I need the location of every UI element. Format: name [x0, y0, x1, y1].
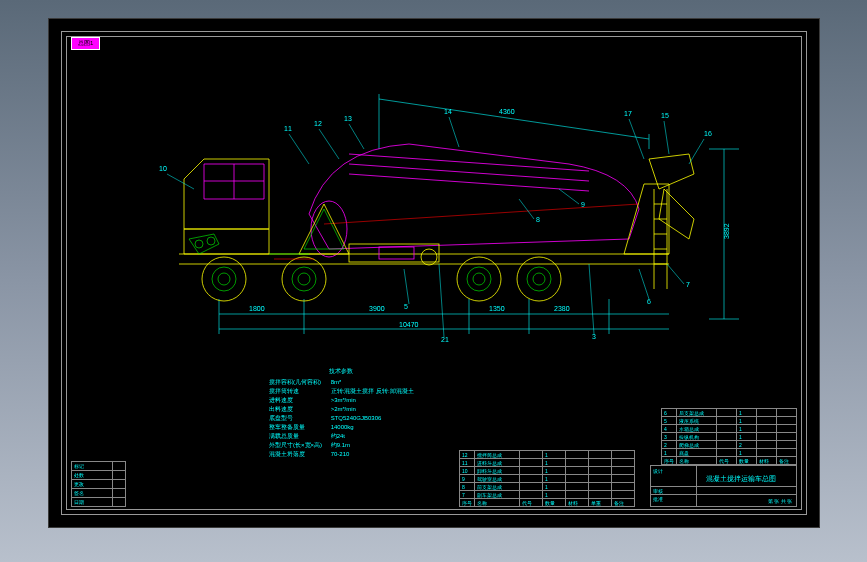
dim-rear-axle-1: 1350: [489, 305, 505, 312]
svg-point-27: [212, 267, 236, 291]
svg-text:21: 21: [441, 336, 449, 343]
bom-row: 序号名称代号数量材料单重备注: [460, 499, 635, 507]
svg-line-61: [559, 189, 579, 204]
svg-line-51: [349, 124, 364, 149]
svg-line-65: [667, 264, 684, 284]
svg-line-53: [449, 117, 459, 147]
spec-row: 进料速度 >3m³/min: [269, 396, 414, 405]
svg-text:15: 15: [661, 112, 669, 119]
svg-text:7: 7: [686, 281, 690, 288]
svg-text:8: 8: [536, 216, 540, 223]
bom-row: 6后支架总成1: [662, 409, 797, 417]
svg-line-18: [324, 204, 639, 224]
svg-text:9: 9: [581, 201, 585, 208]
bom-row: 12搅拌筒总成1: [460, 451, 635, 459]
bom-row: 9驾驶室总成1: [460, 475, 635, 483]
bom-row: 序号名称代号数量材料备注: [662, 457, 797, 465]
svg-text:17: 17: [624, 110, 632, 117]
bom-table-right: 6后支架总成15液压系统14水箱总成13操纵机构12爬梯总成21底盘1序号名称代…: [661, 408, 797, 465]
drawing-tag: 总图1: [71, 37, 100, 50]
svg-text:10: 10: [159, 165, 167, 172]
revision-row: 标记: [72, 462, 126, 471]
svg-line-73: [589, 264, 594, 334]
spec-row: 搅拌筒转速 正转:混凝土搅拌 反转:卸混凝土: [269, 387, 414, 396]
svg-point-31: [298, 273, 310, 285]
svg-text:6: 6: [647, 298, 651, 305]
bom-row: 4水箱总成1: [662, 425, 797, 433]
bom-row: 5液压系统1: [662, 417, 797, 425]
bom-row: 2爬梯总成2: [662, 441, 797, 449]
dim-overall-length: 10470: [399, 321, 419, 328]
revision-table: 标记处数更改签名日期: [71, 461, 126, 507]
bom-row: 7副车架总成1: [460, 491, 635, 499]
svg-point-38: [195, 240, 203, 248]
svg-point-36: [527, 267, 551, 291]
svg-line-63: [519, 199, 534, 219]
svg-point-30: [292, 267, 316, 291]
cad-viewport[interactable]: 总图1 4360 3892 1800 3900 1350 2380 10470: [48, 18, 820, 528]
svg-line-71: [439, 264, 444, 337]
svg-line-69: [404, 269, 409, 304]
svg-text:16: 16: [704, 130, 712, 137]
spec-row: 底盘型号 STQ5240GJB0306: [269, 414, 414, 423]
bom-row: 8前支架总成1: [460, 483, 635, 491]
spec-row: 出料速度 >2m³/min: [269, 405, 414, 414]
drawing-title: 混凝土搅拌运输车总图: [706, 474, 776, 484]
svg-rect-44: [379, 247, 414, 259]
dim-rear-axle-2: 2380: [554, 305, 570, 312]
dim-overall-height: 3892: [723, 223, 730, 239]
spec-title: 技术参数: [269, 367, 414, 376]
svg-point-39: [207, 237, 215, 245]
svg-text:13: 13: [344, 115, 352, 122]
revision-row: 更改: [72, 480, 126, 489]
spec-row: 混凝土坍落度 70-210: [269, 450, 414, 459]
svg-line-49: [319, 129, 339, 159]
svg-line-59: [689, 139, 704, 164]
svg-text:5: 5: [404, 303, 408, 310]
svg-line-47: [289, 134, 309, 164]
svg-line-57: [664, 121, 669, 154]
spec-row: 满载总质量 约24t: [269, 432, 414, 441]
svg-point-28: [218, 273, 230, 285]
svg-point-33: [467, 267, 491, 291]
svg-line-45: [167, 174, 194, 189]
svg-point-43: [421, 249, 437, 265]
svg-line-67: [639, 269, 649, 299]
revision-row: 处数: [72, 471, 126, 480]
spec-row: 整车整备质量 14000kg: [269, 423, 414, 432]
svg-line-0: [379, 99, 649, 139]
svg-text:3: 3: [592, 333, 596, 340]
revision-row: 日期: [72, 498, 126, 507]
svg-text:11: 11: [284, 125, 292, 132]
revision-row: 签名: [72, 489, 126, 498]
sheet-info: 第 张 共 张: [768, 498, 792, 504]
title-block: 混凝土搅拌运输车总图 第 张 共 张 设计 审核 批准: [650, 465, 797, 507]
svg-point-34: [473, 273, 485, 285]
svg-point-37: [533, 273, 545, 285]
svg-line-55: [629, 119, 644, 159]
bom-table-left: 12搅拌筒总成111进料斗总成110卸料斗总成19驾驶室总成18前支架总成17副…: [459, 450, 635, 507]
bom-row: 3操纵机构1: [662, 433, 797, 441]
technical-parameters-block: 技术参数 搅拌容积(几何容积) 8m³搅拌筒转速 正转:混凝土搅拌 反转:卸混凝…: [269, 367, 414, 459]
dim-drum-length: 4360: [499, 108, 515, 115]
dim-mid-axle: 3900: [369, 305, 385, 312]
bom-row: 1底盘1: [662, 449, 797, 457]
svg-text:12: 12: [314, 120, 322, 127]
concrete-mixer-truck-drawing: 4360 3892 1800 3900 1350 2380 10470: [149, 89, 749, 349]
bom-row: 10卸料斗总成1: [460, 467, 635, 475]
dim-front-axle-1: 1800: [249, 305, 265, 312]
svg-text:14: 14: [444, 108, 452, 115]
bom-row: 11进料斗总成1: [460, 459, 635, 467]
spec-row: 搅拌容积(几何容积) 8m³: [269, 378, 414, 387]
spec-row: 外型尺寸(长×宽×高) 约9.1m: [269, 441, 414, 450]
